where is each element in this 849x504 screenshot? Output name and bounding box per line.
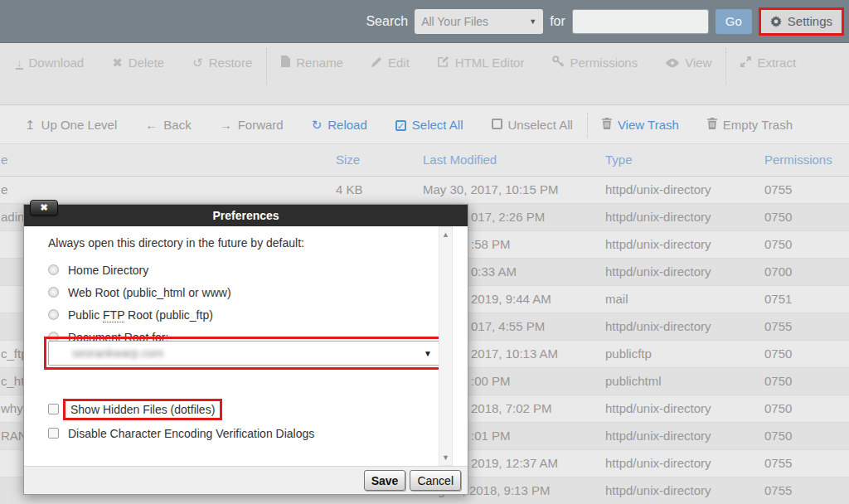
toolbar-button-delete: ✖Delete [98, 51, 178, 73]
search-scope-dropdown[interactable]: All Your Files ▼ [415, 9, 543, 34]
checkbox-icon[interactable] [48, 428, 59, 439]
caret-down-icon: ▼ [424, 349, 432, 358]
unselect-all-checkbox-icon [492, 118, 502, 132]
file-permissions: 0755 [764, 477, 792, 504]
file-size: 4 KB [336, 177, 363, 203]
toolbar-button-label: Up One Level [41, 118, 118, 132]
preferences-checkboxes: Show Hidden Files (dotfiles)Disable Char… [48, 397, 314, 445]
search-label: Search [366, 14, 408, 29]
toolbar-button-unselect-all: Unselect All [478, 114, 587, 136]
navigation-toolbar: ↥Up One Level←Back→Forward↻Reload✓Select… [0, 106, 849, 144]
trash-icon [707, 118, 717, 132]
toolbar-button-permissions: Permissions [538, 51, 652, 73]
search-scope-value: All Your Files [421, 15, 488, 28]
settings-button[interactable]: Settings [759, 7, 844, 36]
toolbar-button-label: Select All [412, 118, 463, 132]
checkbox-label: Disable Character Encoding Verification … [68, 427, 314, 440]
preferences-modal-title: Preferences [212, 209, 279, 222]
column-permissions[interactable]: Permissions [764, 144, 832, 176]
file-type: mail [605, 286, 628, 313]
file-name-fragment: adin [1, 204, 24, 230]
toolbar-button-html-editor: HTML Editor [424, 51, 539, 73]
checkbox-icon[interactable] [48, 404, 59, 414]
column-name-fragment[interactable]: e [1, 144, 7, 176]
radio-button-icon[interactable] [48, 264, 59, 275]
default-directory-options: Home DirectoryWeb Root (public_html or w… [48, 259, 231, 348]
file-type: httpd/unix-directory [605, 259, 711, 285]
toolbar-button-label: Extract [757, 56, 796, 70]
file-name-fragment: e [1, 177, 7, 203]
toolbar-button-edit: Edit [357, 51, 424, 73]
radio-button-icon[interactable] [48, 287, 59, 298]
file-type: httpd/unix-directory [605, 423, 711, 449]
toolbar-button-label: View [685, 56, 711, 70]
toolbar-button-reload[interactable]: ↻Reload [298, 114, 381, 136]
forward-arrow-icon: → [220, 118, 232, 132]
action-toolbar: ↓Download✖Delete↺RestoreRenameEditHTML E… [0, 43, 849, 105]
radio-option-public-ftp-root-public-ftp[interactable]: Public FTP Root (public_ftp) [48, 303, 231, 326]
scroll-up-icon[interactable]: ▲ [439, 230, 452, 239]
toolbar-button-label: Back [163, 118, 191, 132]
document-root-annotation-box: seorankwarp.com ▼ [44, 337, 445, 370]
column-type[interactable]: Type [605, 144, 633, 176]
file-type: httpd/unix-directory [605, 395, 711, 422]
toolbar-button-select-all[interactable]: ✓Select All [381, 114, 478, 136]
file-row[interactable]: e4 KBMay 30, 2017, 10:15 PMhttpd/unix-di… [0, 177, 849, 204]
column-last-modified[interactable]: Last Modified [423, 144, 497, 176]
go-button[interactable]: Go [716, 9, 752, 34]
scroll-down-icon[interactable]: ▼ [439, 453, 452, 462]
radio-button-icon[interactable] [48, 309, 59, 320]
column-size[interactable]: Size [336, 144, 360, 176]
close-icon[interactable]: ✖ [30, 200, 58, 216]
toolbar-button-label: View Trash [618, 118, 679, 132]
preferences-modal: ✖ Preferences Always open this directory… [23, 204, 468, 495]
toolbar-button-label: Download [29, 56, 85, 70]
cancel-button[interactable]: Cancel [410, 470, 461, 491]
toolbar-button-empty-trash: Empty Trash [693, 114, 807, 136]
search-input[interactable] [572, 9, 709, 34]
file-permissions: 0750 [764, 423, 792, 449]
toolbar-button-label: Unselect All [508, 118, 573, 132]
file-permissions: 0755 [764, 450, 792, 477]
file-last-modified: 0:33 AM [471, 259, 517, 285]
file-last-modified: 2017, 10:13 AM [471, 341, 558, 367]
trash-icon [602, 118, 612, 132]
html-edit-icon [438, 56, 449, 70]
settings-label: Settings [788, 14, 832, 28]
show-hidden-files-label: Show Hidden Files (dotfiles) [70, 403, 215, 416]
checkbox-option-show-hidden-files-dotfiles[interactable]: Show Hidden Files (dotfiles) [48, 397, 314, 421]
up-one-level-icon: ↥ [25, 118, 36, 132]
modal-scrollbar[interactable]: ▲ ▼ [439, 226, 453, 466]
radio-option-home-directory[interactable]: Home Directory [48, 259, 231, 281]
save-button[interactable]: Save [364, 470, 406, 491]
caret-down-icon: ▼ [529, 17, 536, 26]
document-root-domain-select[interactable]: seorankwarp.com ▼ [48, 341, 441, 366]
toolbar-button-view-trash[interactable]: View Trash [588, 114, 693, 136]
file-table-header: e Size Last Modified Type Permissions [0, 144, 849, 177]
file-type: httpd/unix-directory [605, 231, 711, 258]
file-permissions: 0750 [764, 368, 792, 395]
toolbar-button-label: Edit [388, 56, 410, 70]
toolbar-button-up-one-level: ↥Up One Level [11, 114, 131, 136]
radio-option-web-root-public-html-or-www[interactable]: Web Root (public_html or www) [48, 281, 231, 303]
toolbar-button-label: Empty Trash [723, 118, 793, 132]
pencil-icon [371, 56, 382, 70]
file-permissions: 0751 [764, 286, 792, 313]
file-type: publichtml [605, 368, 662, 395]
toolbar-button-label: Rename [296, 56, 343, 70]
preferences-modal-body: Always open this directory in the future… [24, 226, 468, 466]
toolbar-button-download: ↓Download [2, 51, 98, 73]
download-icon: ↓ [16, 55, 23, 70]
preferences-modal-footer: Save Cancel [24, 466, 468, 494]
file-type: httpd/unix-directory [605, 477, 711, 504]
preferences-modal-header: ✖ Preferences [24, 205, 468, 226]
file-type: httpd/unix-directory [605, 177, 711, 203]
toolbar-button-label: Forward [238, 118, 284, 132]
file-permissions: 0755 [764, 313, 792, 340]
delete-x-icon: ✖ [112, 56, 123, 70]
toolbar-button-rename: Rename [267, 51, 357, 73]
checkbox-option-disable-character-encoding-verification-dialogs[interactable]: Disable Character Encoding Verification … [48, 421, 314, 445]
file-type: publicftp [605, 341, 652, 367]
file-permissions: 0700 [764, 259, 792, 285]
reload-icon: ↻ [312, 118, 323, 132]
